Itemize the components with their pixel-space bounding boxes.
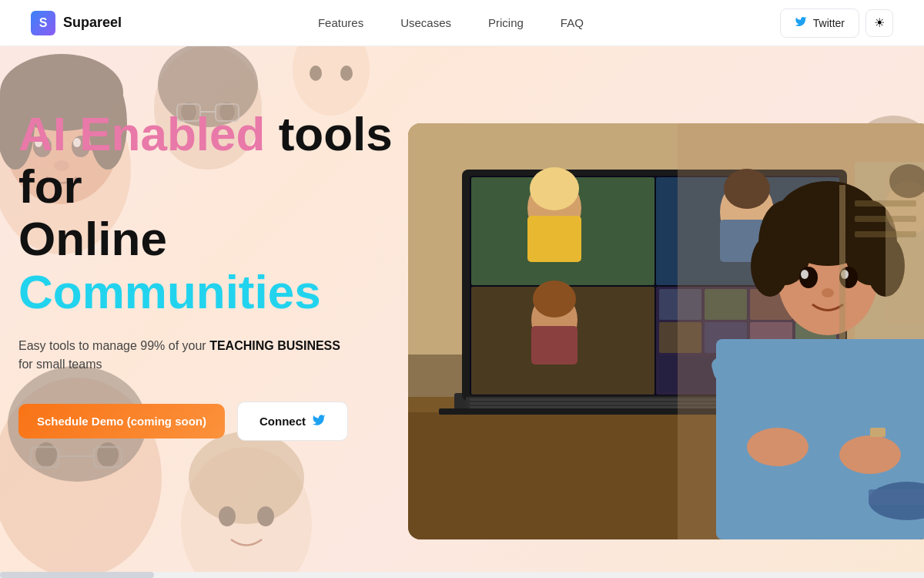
svg-point-86 <box>801 270 808 279</box>
svg-point-81 <box>751 235 789 297</box>
svg-point-89 <box>747 428 808 466</box>
navbar: S Supareel Features Usecases Pricing FAQ… <box>0 0 924 46</box>
svg-rect-97 <box>855 216 916 222</box>
hero-subtitle: Easy tools to manage 99% of your TEACHIN… <box>18 337 342 374</box>
svg-rect-50 <box>527 216 581 262</box>
scrollbar-thumb[interactable] <box>0 572 154 578</box>
svg-point-31 <box>310 66 322 81</box>
logo-icon: S <box>31 11 55 35</box>
hero-section: AI Enabled tools for Online Communities … <box>0 46 924 578</box>
svg-point-88 <box>822 288 834 297</box>
twitter-connect-icon <box>312 413 326 429</box>
nav-actions: Twitter ☀ <box>780 8 893 38</box>
svg-point-25 <box>189 432 304 524</box>
svg-rect-95 <box>839 185 845 339</box>
twitter-icon <box>795 15 807 31</box>
nav-pricing[interactable]: Pricing <box>488 16 524 29</box>
svg-point-83 <box>782 189 874 235</box>
twitter-label: Twitter <box>813 17 845 29</box>
brand-name: Supareel <box>63 15 122 31</box>
title-online: Online <box>18 213 419 265</box>
hero-content: AI Enabled tools for Online Communities … <box>18 108 419 441</box>
laptop-scene-svg <box>408 123 924 539</box>
schedule-demo-button[interactable]: Schedule Demo (coming soon) <box>18 404 225 439</box>
svg-rect-91 <box>870 428 886 437</box>
svg-rect-58 <box>531 326 578 365</box>
title-ai: AI Enabled <box>18 107 265 160</box>
connect-button[interactable]: Connect <box>237 402 348 441</box>
sun-icon: ☀ <box>874 15 885 30</box>
svg-point-32 <box>340 66 353 81</box>
svg-point-30 <box>293 46 370 116</box>
svg-rect-98 <box>855 231 916 237</box>
svg-point-26 <box>219 506 236 526</box>
svg-point-27 <box>257 506 274 526</box>
scrollbar-track <box>0 572 924 578</box>
hero-buttons: Schedule Demo (coming soon) Connect <box>18 402 419 441</box>
twitter-button[interactable]: Twitter <box>780 8 859 38</box>
svg-point-49 <box>530 167 579 210</box>
svg-rect-100 <box>869 489 924 505</box>
svg-point-90 <box>839 435 901 474</box>
nav-links: Features Usecases Pricing FAQ <box>318 16 584 29</box>
nav-features[interactable]: Features <box>318 16 363 29</box>
title-communities: Communities <box>18 266 419 318</box>
svg-point-57 <box>533 281 576 318</box>
theme-toggle-button[interactable]: ☀ <box>865 9 893 37</box>
hero-image <box>408 123 924 539</box>
hero-title: AI Enabled tools for Online Communities <box>18 108 419 318</box>
brand-logo[interactable]: S Supareel <box>31 11 122 35</box>
nav-usecases[interactable]: Usecases <box>400 16 451 29</box>
svg-rect-96 <box>855 200 916 207</box>
nav-faq[interactable]: FAQ <box>561 16 584 29</box>
